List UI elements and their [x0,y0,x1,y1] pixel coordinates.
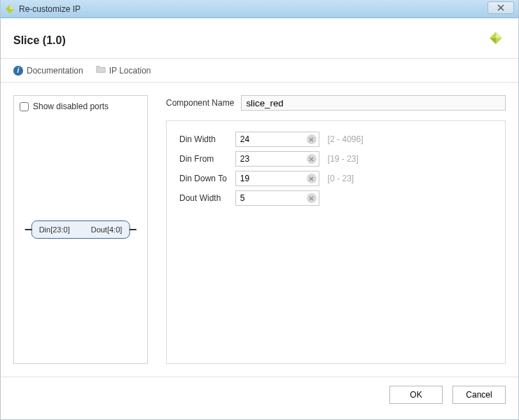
cancel-button[interactable]: Cancel [452,386,506,404]
param-label: Dout Width [175,188,231,208]
port-din-label: Din[23:0] [39,225,70,234]
vendor-logo-icon [486,29,506,51]
ip-location-label: IP Location [109,66,151,76]
param-row-din-width: Din Width [2 - 4096] [175,130,368,149]
close-button[interactable] [487,1,514,14]
documentation-label: Documentation [27,66,83,76]
pin-right-icon [129,229,136,230]
footer: OK Cancel [1,377,518,412]
param-hint: [19 - 23] [324,149,368,169]
ip-location-link[interactable]: IP Location [96,64,151,76]
titlebar: Re-customize IP [1,0,518,18]
param-label: Din Down To [175,169,231,188]
app-icon [5,4,15,14]
documentation-link[interactable]: i Documentation [13,66,83,76]
param-row-din-from: Din From [19 - 23] [175,149,368,169]
param-row-din-down-to: Din Down To [0 - 23] [175,169,368,188]
param-hint [324,188,368,208]
svg-marker-1 [10,4,14,8]
page-title: Slice (1.0) [13,34,66,47]
component-name-label: Component Name [166,98,234,108]
close-icon [497,4,504,11]
info-icon: i [13,66,23,76]
clear-icon[interactable] [307,193,317,203]
port-dout-label: Dout[4:0] [91,225,123,234]
param-hint: [0 - 23] [324,169,368,188]
clear-icon[interactable] [307,154,317,164]
param-row-dout-width: Dout Width [175,188,368,208]
pin-left-icon [25,229,32,230]
header: Slice (1.0) [1,18,518,58]
param-hint: [2 - 4096] [324,130,368,149]
component-name-input[interactable] [241,95,506,111]
linkbar: i Documentation IP Location [1,58,518,83]
parameters-group: Din Width [2 - 4096] Din From [19 - 23] … [166,120,506,364]
folder-icon [96,64,106,76]
clear-icon[interactable] [307,174,317,183]
show-disabled-ports-label: Show disabled ports [33,102,109,111]
config-panel: Component Name Din Width [2 - 4096] Din … [166,95,506,364]
preview-panel: Show disabled ports Din[23:0] Dout[4:0] [13,95,148,364]
param-label: Din Width [175,130,231,149]
content: Show disabled ports Din[23:0] Dout[4:0] … [1,83,518,377]
window-title: Re-customize IP [19,4,81,14]
show-disabled-ports-checkbox[interactable] [20,102,29,111]
ok-button[interactable]: OK [389,386,443,404]
param-label: Din From [175,149,231,169]
clear-icon[interactable] [307,134,317,144]
ip-block-preview: Din[23:0] Dout[4:0] [32,220,130,239]
